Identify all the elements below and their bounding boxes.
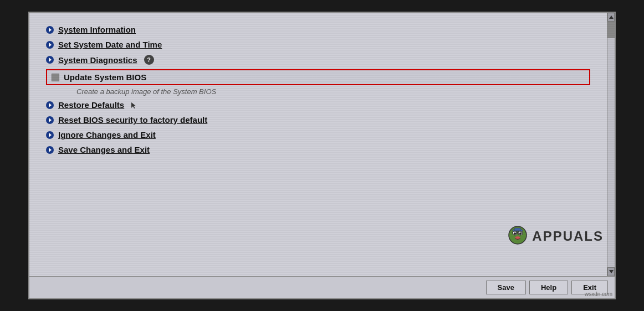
bullet-icon	[46, 56, 54, 64]
square-icon	[52, 74, 59, 81]
save-button[interactable]: Save	[486, 281, 526, 294]
bottom-bar: Save Help Exit	[29, 276, 615, 298]
sidebar-item-reset-bios-security[interactable]: Reset BIOS security to factory default	[46, 114, 590, 126]
sub-text: Create a backup image of the System BIOS	[76, 87, 590, 96]
bios-main-area: System Information Set System Date and T…	[29, 13, 615, 276]
scrollbar[interactable]	[607, 13, 615, 276]
scroll-up-button[interactable]	[607, 13, 615, 22]
menu-item-label: Ignore Changes and Exit	[58, 130, 156, 139]
menu-item-label: System Diagnostics	[58, 55, 137, 65]
watermark-logo-text: APPUALS	[532, 229, 604, 244]
bullet-icon	[46, 116, 54, 124]
help-icon: ?	[144, 55, 154, 65]
bullet-icon	[46, 146, 54, 154]
sidebar-item-system-diagnostics[interactable]: System Diagnostics ?	[46, 54, 590, 66]
bullet-icon	[46, 41, 54, 49]
menu-item-label: Reset BIOS security to factory default	[58, 115, 207, 125]
menu-item-label: System Information	[58, 25, 136, 34]
svg-rect-8	[514, 228, 521, 231]
scrollbar-track	[607, 22, 615, 267]
cursor-icon	[131, 102, 137, 108]
sidebar-item-save-changes[interactable]: Save Changes and Exit	[46, 144, 590, 156]
menu-item-label: Update System BIOS	[64, 72, 146, 82]
sidebar-item-system-information[interactable]: System Information	[46, 24, 590, 35]
menu-item-label: Restore Defaults	[58, 100, 124, 110]
mascot-icon	[505, 224, 530, 248]
bullet-icon	[46, 101, 54, 109]
menu-item-label: Set System Date and Time	[58, 40, 162, 49]
menu-item-label: Save Changes and Exit	[58, 145, 150, 154]
sidebar-item-ignore-changes[interactable]: Ignore Changes and Exit	[46, 129, 590, 141]
svg-marker-0	[131, 102, 136, 108]
source-label: wsxdn.com	[585, 291, 612, 297]
sidebar-item-restore-defaults[interactable]: Restore Defaults	[46, 99, 590, 111]
bios-screen: System Information Set System Date and T…	[28, 12, 616, 299]
bullet-icon	[46, 26, 54, 34]
bullet-icon	[46, 131, 54, 139]
scroll-down-button[interactable]	[607, 267, 615, 276]
scrollbar-thumb[interactable]	[607, 22, 615, 38]
help-button[interactable]: Help	[529, 281, 568, 294]
watermark-area: APPUALS	[505, 224, 604, 248]
sidebar-item-update-system-bios[interactable]: Update System BIOS	[46, 69, 590, 85]
sidebar-item-set-system-date[interactable]: Set System Date and Time	[46, 39, 590, 50]
